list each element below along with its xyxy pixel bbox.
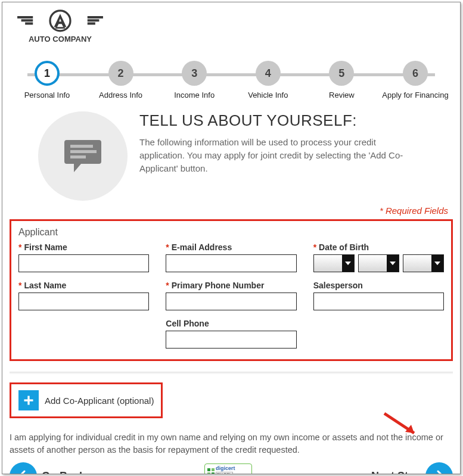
applicant-section: Applicant *First Name *E-mail Address *D… [10,219,453,361]
dob-year-select[interactable] [403,254,444,272]
go-back-label: Go Back [42,470,85,474]
go-back-button[interactable]: Go Back [10,462,85,474]
next-step-button[interactable]: Next Step [371,462,453,474]
step-label: Vehicle Info [248,91,288,99]
brand-text: AUTO COMPANY [29,35,92,43]
field-label: Last Name [24,281,66,290]
cert-provider: digicert [216,466,235,472]
required-fields-note: * Required Fields [10,206,448,216]
email-input[interactable] [166,254,296,272]
field-dob: *Date of Birth [313,242,444,272]
step-number: 5 [329,61,354,86]
step-label: Income Info [174,91,215,99]
required-mark: * [18,281,21,290]
intro-text: TELL US ABOUT YOURSELF: The following in… [139,111,414,175]
step-label: Apply for Financing [382,91,448,99]
chevron-down-icon [345,262,351,265]
cert-logo-icon [207,468,215,474]
form-page: AUTO COMPANY 1 Personal Info 2 Address I… [2,2,461,474]
field-label: Cell Phone [166,319,209,328]
field-cell-phone: Cell Phone [166,319,296,349]
step-personal-info[interactable]: 1 Personal Info [14,61,80,99]
required-mark: * [18,242,21,252]
last-name-input[interactable] [18,293,149,310]
salesperson-input[interactable] [313,293,444,310]
svg-rect-3 [70,150,97,153]
brand-logo: AUTO COMPANY [10,7,453,50]
add-coapplicant-section: Add Co-Applicant (optional) [10,382,163,418]
svg-rect-10 [212,472,215,474]
arrow-left-icon [10,462,37,474]
step-review[interactable]: 5 Review [309,61,374,99]
step-number: 3 [182,61,207,86]
page-description: The following information will be used t… [139,136,414,175]
step-number: 6 [403,61,428,86]
intro-row: TELL US ABOUT YOURSELF: The following in… [38,111,453,201]
required-mark: * [166,242,169,252]
page-title: TELL US ABOUT YOURSELF: [139,111,414,130]
dob-day-select[interactable] [358,254,399,272]
svg-rect-7 [207,468,210,471]
step-label: Review [329,91,355,99]
svg-rect-1 [55,27,65,29]
required-mark: * [313,242,316,252]
field-email: *E-mail Address [166,242,296,272]
field-label: First Name [24,242,67,252]
cert-evssl: EV SSL [216,472,233,474]
chat-icon [38,111,128,201]
field-primary-phone: *Primary Phone Number [166,281,296,310]
arrow-right-icon [425,462,453,474]
svg-rect-4 [70,155,86,158]
step-number: 4 [256,61,281,86]
field-label: Primary Phone Number [172,281,265,290]
plus-icon [23,394,35,406]
step-number: 2 [108,61,133,86]
svg-rect-2 [70,145,93,148]
dob-month-select[interactable] [313,254,355,272]
field-label: E-mail Address [172,242,232,252]
chevron-down-icon [434,262,440,265]
step-address-info[interactable]: 2 Address Info [88,61,154,99]
first-name-input[interactable] [18,254,149,272]
svg-rect-9 [207,472,210,474]
step-vehicle-info[interactable]: 4 Vehicle Info [235,61,301,99]
next-step-label: Next Step [371,470,421,474]
annotation-arrow-icon [381,410,423,440]
field-label: Salesperson [313,281,363,290]
step-income-info[interactable]: 3 Income Info [161,61,227,99]
field-salesperson: Salesperson [313,281,444,310]
svg-rect-6 [24,399,33,401]
step-apply-financing[interactable]: 6 Apply for Financing [383,61,448,99]
add-coapplicant-button[interactable] [18,390,39,410]
step-label: Personal Info [24,91,70,99]
field-label: Date of Birth [319,242,369,252]
progress-stepper: 1 Personal Info 2 Address Info 3 Income … [10,61,453,99]
add-coapplicant-label: Add Co-Applicant (optional) [45,396,154,406]
svg-rect-8 [212,468,215,471]
field-last-name: *Last Name [18,281,149,310]
primary-phone-input[interactable] [166,293,296,310]
section-divider [10,372,453,374]
applicant-heading: Applicant [18,227,444,238]
footer-nav: Go Back digicert EV SSL SECURE Next Step [10,462,453,474]
required-mark: * [166,281,169,290]
chevron-down-icon [390,262,396,265]
ssl-cert-badge: digicert EV SSL SECURE [204,463,252,474]
field-first-name: *First Name [18,242,149,272]
step-label: Address Info [99,91,142,99]
step-number: 1 [35,61,60,86]
cell-phone-input[interactable] [166,331,296,349]
